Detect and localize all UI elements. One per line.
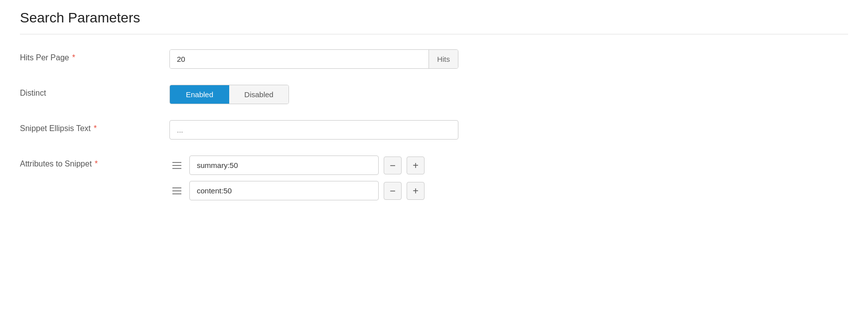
remove-snippet-2-button[interactable]: − <box>384 182 402 200</box>
add-snippet-1-button[interactable]: + <box>407 156 425 174</box>
snippet-ellipsis-label: Snippet Ellipsis Text * <box>20 120 149 133</box>
hits-suffix: Hits <box>429 50 458 68</box>
hits-per-page-row: Hits Per Page * Hits <box>20 49 618 69</box>
snippet-ellipsis-control <box>169 120 618 140</box>
snippet-ellipsis-row: Snippet Ellipsis Text * <box>20 120 618 140</box>
section-divider <box>20 34 848 34</box>
distinct-disabled-button[interactable]: Disabled <box>229 85 289 104</box>
remove-snippet-1-button[interactable]: − <box>384 156 402 174</box>
attributes-to-snippet-control: − + − + <box>169 156 618 200</box>
distinct-label: Distinct <box>20 85 149 98</box>
drag-handle-2[interactable] <box>169 185 184 197</box>
snippet-input-2[interactable] <box>189 181 379 200</box>
required-indicator: * <box>72 53 75 62</box>
distinct-row: Distinct Enabled Disabled <box>20 85 618 104</box>
distinct-control: Enabled Disabled <box>169 85 618 104</box>
page-title: Search Parameters <box>20 10 848 26</box>
required-indicator: * <box>95 159 98 168</box>
distinct-enabled-button[interactable]: Enabled <box>170 85 229 104</box>
hits-per-page-input[interactable] <box>170 50 429 68</box>
required-indicator: * <box>94 124 97 133</box>
hits-per-page-label: Hits Per Page * <box>20 49 149 62</box>
hits-per-page-control: Hits <box>169 49 618 69</box>
drag-handle-1[interactable] <box>169 159 184 171</box>
snippet-item-1: − + <box>169 156 618 175</box>
attributes-to-snippet-label: Attributes to Snippet * <box>20 156 149 168</box>
snippet-input-1[interactable] <box>189 156 379 175</box>
attributes-to-snippet-row: Attributes to Snippet * − + <box>20 156 618 200</box>
snippet-ellipsis-input[interactable] <box>169 120 458 140</box>
form-section: Hits Per Page * Hits Distinct Enabled Di… <box>20 49 618 200</box>
add-snippet-2-button[interactable]: + <box>407 182 425 200</box>
snippet-item-2: − + <box>169 181 618 200</box>
hits-per-page-input-group: Hits <box>169 49 458 69</box>
distinct-toggle-group: Enabled Disabled <box>169 85 289 104</box>
